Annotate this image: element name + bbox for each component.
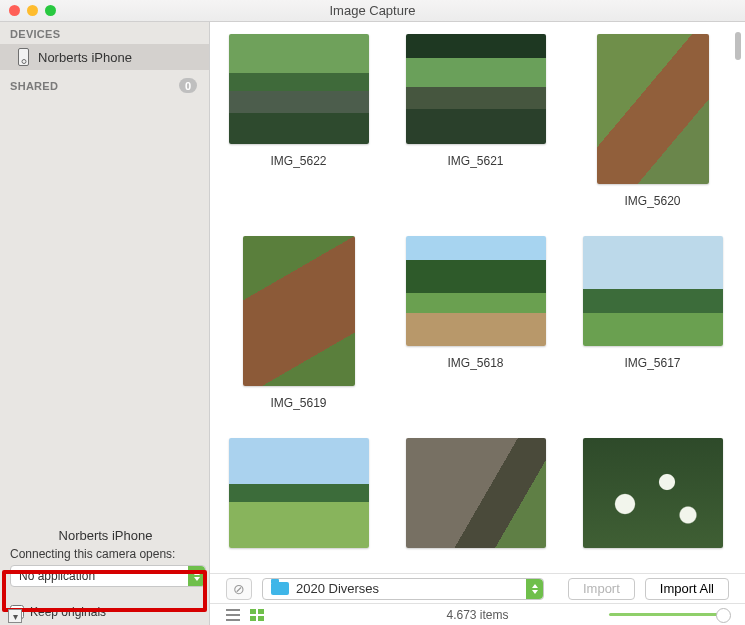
- devices-header: DEVICES: [0, 22, 209, 44]
- sidebar-bottom: Norberts iPhone Connecting this camera o…: [0, 522, 209, 625]
- window: Image Capture DEVICES Norberts iPhone SH…: [0, 0, 745, 625]
- open-app-select[interactable]: No application: [10, 565, 206, 587]
- connect-label: Connecting this camera opens:: [10, 547, 201, 561]
- shared-count-badge: 0: [179, 78, 197, 93]
- sidebar: DEVICES Norberts iPhone SHARED 0 Norbert…: [0, 22, 210, 625]
- thumbnail-image[interactable]: [229, 34, 369, 144]
- thumbnail-size-slider[interactable]: [609, 613, 729, 616]
- main: IMG_5622IMG_5621IMG_5620IMG_5619IMG_5618…: [210, 22, 745, 625]
- toolbar: ⊘ 2020 Diverses Import Import All: [210, 573, 745, 603]
- thumbnail-grid-wrap: IMG_5622IMG_5621IMG_5620IMG_5619IMG_5618…: [210, 22, 745, 573]
- thumbnail-image[interactable]: [583, 236, 723, 346]
- shared-header: SHARED: [10, 80, 58, 92]
- keep-originals-label: Keep originals: [30, 605, 106, 619]
- thumbnail-label: IMG_5622: [270, 154, 326, 168]
- thumbnail-image[interactable]: [583, 438, 723, 548]
- sidebar-toggle-icon[interactable]: ▾: [8, 609, 22, 623]
- thumbnail-label: IMG_5621: [447, 154, 503, 168]
- thumbnail-label: IMG_5617: [624, 356, 680, 370]
- thumbnail-image[interactable]: [406, 34, 546, 144]
- prohibit-icon: ⊘: [233, 581, 245, 597]
- thumbnail-cell[interactable]: IMG_5618: [401, 236, 550, 410]
- phone-icon: [18, 48, 29, 66]
- thumbnail-cell[interactable]: IMG_5621: [401, 34, 550, 208]
- thumbnail-label: IMG_5619: [270, 396, 326, 410]
- destination-label: 2020 Diverses: [296, 581, 379, 596]
- thumbnail-cell[interactable]: [401, 438, 550, 548]
- import-all-button[interactable]: Import All: [645, 578, 729, 600]
- destination-select[interactable]: 2020 Diverses: [262, 578, 544, 600]
- thumbnail-grid: IMG_5622IMG_5621IMG_5620IMG_5619IMG_5618…: [224, 34, 727, 548]
- device-label: Norberts iPhone: [38, 50, 132, 65]
- titlebar: Image Capture: [0, 0, 745, 22]
- stepper-icon: [188, 566, 205, 586]
- thumbnail-image[interactable]: [406, 438, 546, 548]
- keep-originals-row: Keep originals: [10, 605, 201, 619]
- thumbnail-cell[interactable]: IMG_5622: [224, 34, 373, 208]
- thumbnail-cell[interactable]: IMG_5620: [578, 34, 727, 208]
- thumbnail-cell[interactable]: [578, 438, 727, 548]
- statusbar: 4.673 items: [210, 603, 745, 625]
- open-app-value: No application: [19, 569, 95, 583]
- thumbnail-cell[interactable]: [224, 438, 373, 548]
- thumbnail-image[interactable]: [229, 438, 369, 548]
- stepper-icon: [526, 579, 543, 599]
- scrollbar[interactable]: [735, 32, 741, 60]
- thumbnail-image[interactable]: [243, 236, 355, 386]
- window-title: Image Capture: [0, 3, 745, 18]
- thumbnail-image[interactable]: [406, 236, 546, 346]
- body: DEVICES Norberts iPhone SHARED 0 Norbert…: [0, 22, 745, 625]
- thumbnail-image[interactable]: [597, 34, 709, 184]
- shared-header-row[interactable]: SHARED 0: [0, 70, 209, 97]
- import-button[interactable]: Import: [568, 578, 635, 600]
- thumbnail-label: IMG_5620: [624, 194, 680, 208]
- thumbnail-label: IMG_5618: [447, 356, 503, 370]
- thumbnail-cell[interactable]: IMG_5617: [578, 236, 727, 410]
- device-title: Norberts iPhone: [10, 528, 201, 543]
- sidebar-item-device[interactable]: Norberts iPhone: [0, 44, 209, 70]
- folder-icon: [271, 582, 289, 595]
- delete-button[interactable]: ⊘: [226, 578, 252, 600]
- thumbnail-cell[interactable]: IMG_5619: [224, 236, 373, 410]
